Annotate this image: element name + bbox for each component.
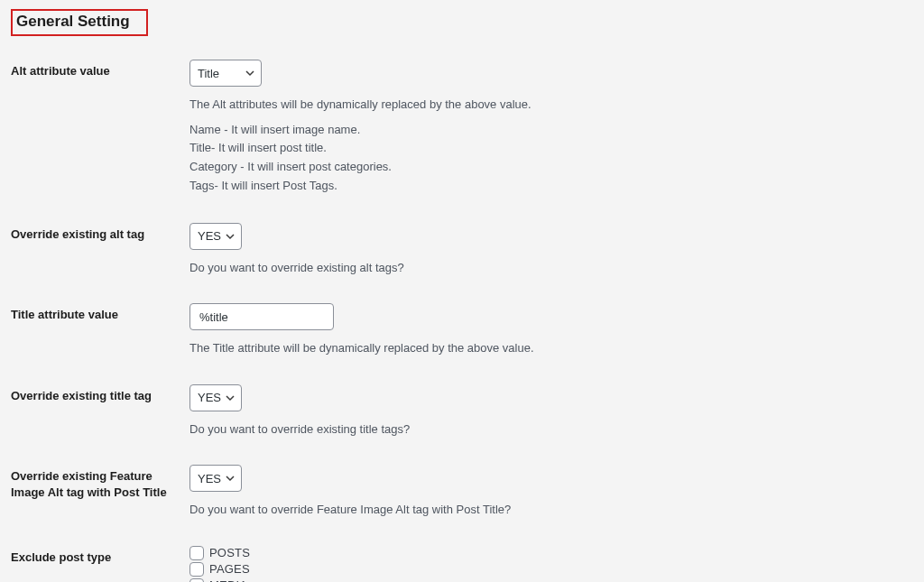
checkbox-posts[interactable] [189,546,204,560]
alt-attribute-select[interactable]: Title [189,60,262,87]
label-exclude-post-type: Exclude post type [11,550,111,564]
override-alt-select[interactable]: YES [189,223,242,250]
override-feature-select[interactable]: YES [189,465,242,492]
checkbox-pages[interactable] [189,562,204,577]
checkbox-item-posts: POSTS [189,546,913,560]
title-attribute-input[interactable] [189,303,334,330]
label-override-alt: Override existing alt tag [11,227,144,241]
override-title-desc: Do you want to override existing title t… [189,420,913,439]
explain-tags: Tags- It will insert Post Tags. [189,177,913,196]
exclude-post-type-list: POSTS PAGES MEDIA PRODUCTS [189,546,913,582]
explain-name: Name - It will insert image name. [189,121,913,140]
settings-form-table: Alt attribute value Title The Alt attrib… [11,54,913,582]
explain-title: Title- It will insert post title. [189,139,913,158]
alt-attribute-desc: The Alt attributes will be dynamically r… [189,96,913,114]
checkbox-item-pages: PAGES [189,562,913,577]
override-alt-desc: Do you want to override existing alt tag… [189,259,913,277]
title-attribute-desc: The Title attribute will be dynamically … [189,339,913,357]
label-alt-attribute: Alt attribute value [11,64,110,78]
checkbox-label-media[interactable]: MEDIA [209,578,247,582]
alt-attribute-explain: Name - It will insert image name. Title-… [189,121,913,196]
checkbox-media[interactable] [189,578,204,582]
label-override-title: Override existing title tag [11,389,152,402]
checkbox-label-pages[interactable]: PAGES [209,562,250,576]
checkbox-item-media: MEDIA [189,578,913,582]
section-title-highlight: General Setting [11,9,148,36]
label-override-feature: Override existing Feature Image Alt tag … [11,469,167,499]
label-title-attribute: Title attribute value [11,308,118,321]
explain-category: Category - It will insert post categorie… [189,158,913,177]
settings-page: General Setting Alt attribute value Titl… [0,0,924,582]
checkbox-label-posts[interactable]: POSTS [209,546,250,559]
section-title: General Setting [16,13,130,30]
override-feature-desc: Do you want to override Feature Image Al… [189,501,913,519]
override-title-select[interactable]: YES [189,384,242,411]
